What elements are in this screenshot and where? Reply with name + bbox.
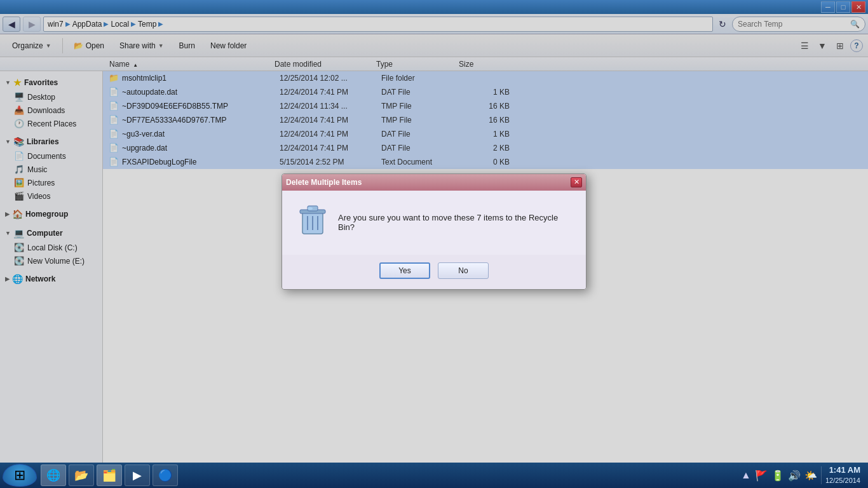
dialog-title-bar: Delete Multiple Items ✕ <box>282 174 586 191</box>
taskbar-folder-window-button[interactable]: 🗂️ <box>97 464 122 486</box>
delete-dialog: Delete Multiple Items ✕ Are you sure you… <box>281 173 587 290</box>
start-button[interactable]: ⊞ <box>3 464 37 487</box>
system-clock[interactable]: 1:41 AM 12/25/2014 <box>825 465 860 485</box>
tray-battery-icon[interactable]: 🔋 <box>771 470 784 482</box>
dialog-yes-button[interactable]: Yes <box>379 262 430 279</box>
clock-date: 12/25/2014 <box>825 476 860 485</box>
dialog-body: Are you sure you want to move these 7 it… <box>282 191 586 255</box>
tray-volume-icon[interactable]: 🔊 <box>788 470 801 482</box>
taskbar: ⊞ 🌐 📂 🗂️ ▶ 🔵 ▲ 🚩 🔋 🔊 🌤️ 1:41 AM 12/25/20… <box>0 463 868 488</box>
system-tray: ▲ 🚩 🔋 🔊 🌤️ 1:41 AM 12/25/2014 <box>736 465 865 485</box>
taskbar-media-button[interactable]: ▶ <box>125 464 150 486</box>
tray-separator <box>821 466 822 484</box>
dialog-title: Delete Multiple Items <box>286 178 362 187</box>
windows-logo-icon: ⊞ <box>14 467 25 484</box>
tray-weather-icon[interactable]: 🌤️ <box>804 470 817 482</box>
taskbar-ie-button[interactable]: 🌐 <box>41 464 66 486</box>
explorer-icon: 📂 <box>74 468 88 482</box>
media-icon: ▶ <box>133 468 142 482</box>
dialog-overlay: Delete Multiple Items ✕ Are you sure you… <box>0 0 868 463</box>
tray-arrow-icon[interactable]: ▲ <box>741 470 751 481</box>
chrome-icon: 🔵 <box>158 468 172 482</box>
tray-network-flag-icon[interactable]: 🚩 <box>755 470 768 482</box>
taskbar-explorer-button[interactable]: 📂 <box>69 464 94 486</box>
dialog-close-button[interactable]: ✕ <box>571 177 582 187</box>
clock-time: 1:41 AM <box>825 465 860 476</box>
dialog-message: Are you sure you want to move these 7 it… <box>338 213 571 232</box>
recycle-bin-icon <box>297 203 328 242</box>
folder-window-icon: 🗂️ <box>102 468 116 482</box>
dialog-no-button[interactable]: No <box>438 262 489 279</box>
ie-icon: 🌐 <box>46 468 60 482</box>
svg-point-6 <box>308 207 313 210</box>
taskbar-chrome-button[interactable]: 🔵 <box>153 464 178 486</box>
dialog-buttons: Yes No <box>282 255 586 289</box>
